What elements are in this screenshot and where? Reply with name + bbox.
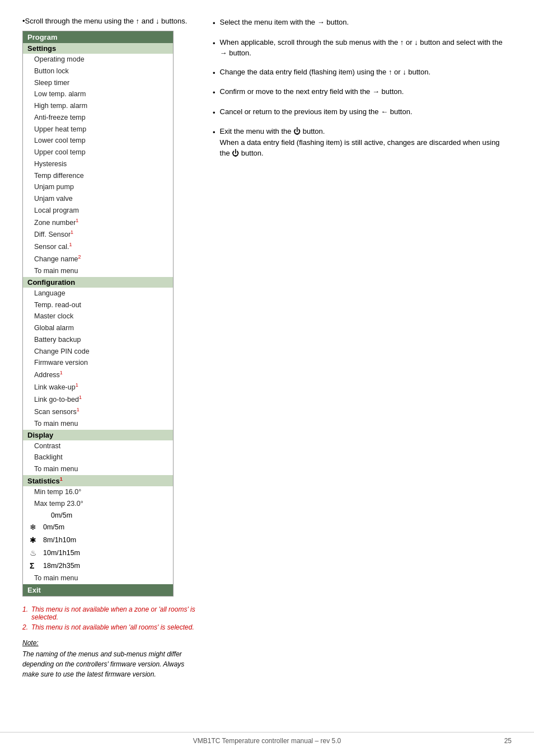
list-item: Address1 <box>23 369 173 381</box>
list-item: To main menu <box>23 265 173 277</box>
footnote-1-number: 1. <box>22 605 28 613</box>
stat-flame-value: 10m/1h15m <box>43 548 80 558</box>
stat-row-cold: ❄ 0m/5m <box>23 521 173 534</box>
list-item: Change name2 <box>23 253 173 265</box>
list-item: Unjam pump <box>23 181 173 193</box>
right-bullet-2: • When applicable, scroll through the su… <box>213 37 512 59</box>
list-item: Firmware version <box>23 357 173 369</box>
bullet-dot: • <box>213 18 216 29</box>
footnote-2-text: This menu is not available when 'all roo… <box>31 623 194 631</box>
right-bullets-list: • Select the menu item with the → button… <box>213 17 512 159</box>
right-bullet-1: • Select the menu item with the → button… <box>213 17 512 29</box>
list-item: Diff. Sensor1 <box>23 228 173 241</box>
footnote-1-text: This menu is not available when a zone o… <box>31 605 196 621</box>
right-bullet-4: • Confirm or move to the next entry fiel… <box>213 86 512 98</box>
bullet-dot: • <box>213 107 216 119</box>
settings-header: Settings <box>23 43 173 54</box>
list-item: Min temp 16.0° <box>23 486 173 498</box>
list-item: High temp. alarm <box>23 100 173 112</box>
heat-icon: ✱ <box>30 534 41 546</box>
list-item: Unjam valve <box>23 193 173 205</box>
list-item: Hysteresis <box>23 158 173 170</box>
list-item: Anti-freeze temp <box>23 112 173 124</box>
page-container: • Scroll through the menu using the ↑ an… <box>0 0 534 756</box>
list-item: Backlight <box>23 452 173 463</box>
program-header: Program <box>23 31 173 43</box>
list-item: Link go-to-bed1 <box>23 393 173 406</box>
footnote-2-number: 2. <box>22 623 28 631</box>
list-item: Master clock <box>23 311 173 322</box>
right-bullet-5-text: Cancel or return to the previous item by… <box>220 106 413 118</box>
note-text: The naming of the menus and sub-menus mi… <box>22 649 196 679</box>
main-content: • Scroll through the menu using the ↑ an… <box>22 17 512 722</box>
configuration-header: Configuration <box>23 277 173 288</box>
bullet-dot: • <box>213 127 216 138</box>
stat-row-heat: ✱ 8m/1h10m <box>23 534 173 547</box>
statistics-header: Statistics1 <box>23 475 173 486</box>
right-bullet-1-text: Select the menu item with the → button. <box>220 17 349 28</box>
list-item: Low temp. alarm <box>23 88 173 100</box>
left-top-bullet: • Scroll through the menu using the ↑ an… <box>22 17 196 25</box>
stat-sigma-value: 18m/2h35m <box>43 561 80 571</box>
stat-cold-value: 0m/5m <box>43 522 64 533</box>
list-item: Zone number1 <box>23 217 173 229</box>
display-header: Display <box>23 430 173 440</box>
list-item: Scan sensors1 <box>23 406 173 418</box>
bullet-dot: • <box>213 38 216 49</box>
list-item: To main menu <box>23 463 173 475</box>
bullet-dot: • <box>213 87 216 98</box>
note-title: Note: <box>22 639 196 647</box>
right-bullet-3: • Change the data entry field (flashing … <box>213 67 512 79</box>
stat-row-sun: 0m/5m <box>23 510 173 522</box>
list-item: Contrast <box>23 440 173 452</box>
list-item: Upper heat temp <box>23 124 173 135</box>
list-item: Language <box>23 288 173 299</box>
list-item: Max temp 23.0° <box>23 498 173 510</box>
footnotes: 1. This menu is not available when a zon… <box>22 605 196 631</box>
right-bullet-6: • Exit the menu with the ⏻ button. When … <box>213 126 512 159</box>
cold-icon: ❄ <box>30 522 41 533</box>
right-bullet-6-text: Exit the menu with the ⏻ button. When a … <box>220 126 512 159</box>
list-item: Temp. read-out <box>23 299 173 311</box>
page-number: 25 <box>349 737 512 745</box>
list-item: Upper cool temp <box>23 147 173 158</box>
stat-row-flame: ♨ 10m/1h15m <box>23 547 173 560</box>
footer-text: VMB1TC Temperature controller manual – r… <box>185 737 348 745</box>
list-item: To main menu <box>23 572 173 584</box>
list-item: Local program <box>23 205 173 217</box>
footnote-2: 2. This menu is not available when 'all … <box>22 623 196 631</box>
right-bullet-3-text: Change the data entry field (flashing it… <box>220 67 431 78</box>
list-item: Battery backup <box>23 334 173 346</box>
list-item: Operating mode <box>23 54 173 65</box>
exit-header: Exit <box>23 584 173 596</box>
stat-row-sigma: Σ 18m/2h35m <box>23 560 173 572</box>
list-item: Change PIN code <box>23 346 173 358</box>
right-bullet-2-text: When applicable, scroll through the sub … <box>220 37 512 59</box>
bullet-dot: • <box>213 68 216 79</box>
list-item: Button lock <box>23 65 173 77</box>
list-item: Sensor cal.1 <box>23 241 173 253</box>
list-item: Lower cool temp <box>23 135 173 147</box>
page-footer: VMB1TC Temperature controller manual – r… <box>0 732 534 745</box>
footnote-1: 1. This menu is not available when a zon… <box>22 605 196 621</box>
flame-icon: ♨ <box>30 547 41 559</box>
right-bullet-4-text: Confirm or move to the next entry field … <box>220 86 404 97</box>
list-item: To main menu <box>23 418 173 430</box>
sigma-icon: Σ <box>30 560 41 572</box>
right-column: • Select the menu item with the → button… <box>213 17 512 722</box>
left-bullet-text: Scroll through the menu using the ↑ and … <box>25 17 188 25</box>
list-item: Sleep timer <box>23 77 173 89</box>
stat-heat-value: 8m/1h10m <box>43 535 76 546</box>
left-column: • Scroll through the menu using the ↑ an… <box>22 17 196 722</box>
list-item: Temp difference <box>23 170 173 182</box>
list-item: Link wake-up1 <box>23 381 173 393</box>
right-bullet-5: • Cancel or return to the previous item … <box>213 106 512 119</box>
program-table: Program Settings Operating mode Button l… <box>22 31 174 597</box>
note-section: Note: The naming of the menus and sub-me… <box>22 639 196 679</box>
list-item: Global alarm <box>23 322 173 334</box>
